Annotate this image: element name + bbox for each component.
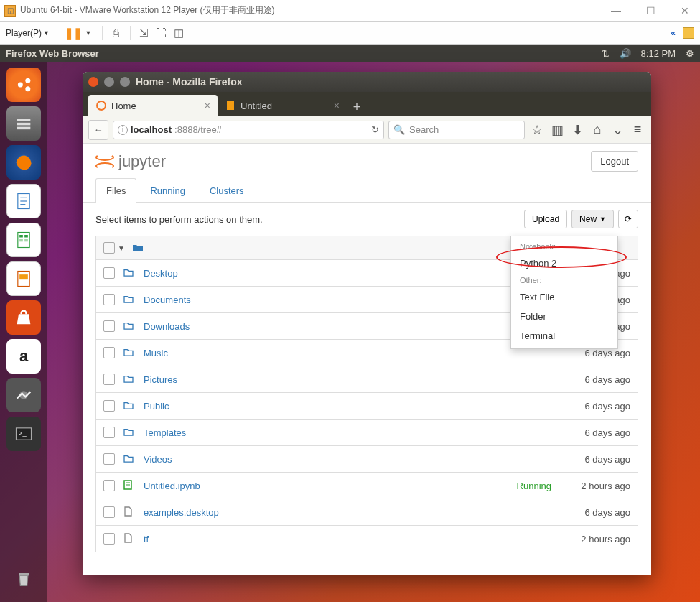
jupyter-logo[interactable]: jupyter [95, 152, 166, 171]
file-name[interactable]: Templates [144, 427, 557, 438]
trash-icon[interactable] [6, 562, 41, 596]
software-center-icon[interactable] [6, 300, 41, 335]
row-checkbox[interactable] [103, 294, 115, 305]
reload-icon[interactable]: ↻ [371, 124, 379, 135]
send-ctrlaltdel-icon[interactable]: ⎙ [110, 27, 123, 39]
ubuntu-desktop: a >_ Home - Mozilla Firefox Home × [0, 62, 700, 602]
bookmark-star-icon[interactable]: ☆ [529, 122, 545, 138]
tab-untitled[interactable]: Untitled × [218, 95, 347, 116]
toolbar-dropdown-icon[interactable]: ▼ [82, 29, 95, 37]
url-bar[interactable]: i localhost:8888/tree# ↻ [113, 121, 384, 139]
file-name[interactable]: tf [144, 534, 557, 545]
file-name[interactable]: Downloads [144, 321, 557, 332]
breadcrumb-home-icon[interactable] [132, 242, 144, 254]
file-name[interactable]: Videos [144, 454, 557, 465]
tab-home[interactable]: Home × [88, 95, 218, 116]
file-row[interactable]: Pictures6 days ago [95, 366, 638, 393]
writer-icon[interactable] [6, 184, 41, 218]
row-checkbox[interactable] [103, 427, 115, 438]
row-checkbox[interactable] [103, 480, 115, 491]
unity-launcher: a >_ [0, 62, 47, 602]
file-row[interactable]: Public6 days ago [95, 393, 638, 420]
row-checkbox[interactable] [103, 267, 115, 279]
dd-item-folder[interactable]: Folder [511, 307, 617, 326]
network-icon[interactable]: ⇅ [602, 48, 610, 59]
firefox-titlebar[interactable]: Home - Mozilla Firefox [83, 72, 651, 92]
window-minimize-icon[interactable] [104, 77, 114, 87]
new-label: New [579, 214, 597, 224]
refresh-button[interactable]: ⟳ [618, 210, 638, 228]
select-all-checkbox[interactable] [103, 242, 115, 254]
window-maximize-icon[interactable] [120, 77, 130, 87]
file-name[interactable]: Documents [144, 295, 557, 305]
tab-running[interactable]: Running [139, 178, 195, 203]
tab-close-icon[interactable]: × [205, 100, 210, 111]
reader-icon[interactable]: ▥ [549, 122, 565, 138]
amazon-icon[interactable]: a [6, 339, 41, 374]
upload-button[interactable]: Upload [524, 210, 567, 228]
file-name[interactable]: Music [144, 348, 557, 358]
file-row[interactable]: Videos6 days ago [95, 446, 638, 473]
unity-icon[interactable]: ◫ [172, 27, 185, 40]
tab-close-icon[interactable]: × [334, 100, 340, 111]
back-button[interactable]: ← [88, 120, 108, 140]
note-icon[interactable] [683, 27, 694, 39]
select-dropdown-icon[interactable]: ▼ [118, 244, 125, 252]
search-placeholder: Search [409, 124, 439, 135]
files-icon[interactable] [6, 106, 41, 141]
svg-rect-4 [17, 123, 31, 126]
file-row[interactable]: Untitled.ipynbRunning2 hours ago [95, 473, 638, 499]
pause-icon[interactable]: ❚❚ [65, 27, 78, 40]
svg-rect-5 [17, 127, 31, 130]
row-checkbox[interactable] [103, 347, 115, 358]
firefox-icon[interactable] [6, 145, 41, 180]
file-name[interactable]: Public [144, 401, 557, 412]
svg-point-0 [18, 83, 23, 88]
row-checkbox[interactable] [103, 400, 115, 412]
tab-clusters[interactable]: Clusters [199, 178, 255, 203]
file-name[interactable]: Untitled.ipynb [144, 481, 508, 491]
file-row[interactable]: examples.desktop6 days ago [95, 499, 638, 526]
pocket-icon[interactable]: ⌄ [610, 122, 625, 138]
file-name[interactable]: examples.desktop [144, 507, 557, 518]
close-button[interactable]: ✕ [674, 5, 696, 17]
impress-icon[interactable] [6, 261, 41, 296]
downloads-icon[interactable]: ⬇ [569, 122, 585, 138]
fullscreen-icon[interactable]: ⛶ [155, 27, 168, 39]
row-checkbox[interactable] [103, 453, 115, 465]
file-row[interactable]: tf2 hours ago [95, 526, 638, 552]
dd-item-python2[interactable]: Python 2 [511, 254, 617, 273]
toolbar-icon-1[interactable]: ⇲ [138, 27, 151, 40]
home-icon[interactable]: ⌂ [589, 122, 605, 137]
row-checkbox[interactable] [103, 374, 115, 385]
search-bar[interactable]: 🔍 Search [388, 121, 525, 139]
player-menu-button[interactable]: Player(P) ▼ [6, 28, 50, 38]
collapse-icon[interactable]: « [671, 28, 676, 38]
site-info-icon[interactable]: i [118, 125, 128, 135]
gear-icon[interactable]: ⚙ [686, 48, 694, 59]
volume-icon[interactable]: 🔊 [620, 48, 631, 59]
svg-rect-3 [17, 119, 31, 121]
maximize-button[interactable]: ☐ [640, 5, 661, 17]
file-name[interactable]: Pictures [144, 374, 557, 385]
window-close-icon[interactable] [88, 77, 98, 87]
file-row[interactable]: Templates6 days ago [95, 420, 638, 446]
dd-item-textfile[interactable]: Text File [511, 287, 617, 307]
row-checkbox[interactable] [103, 320, 115, 332]
tab-files[interactable]: Files [95, 178, 136, 203]
row-checkbox[interactable] [103, 506, 115, 518]
new-tab-button[interactable]: + [347, 98, 367, 116]
dd-item-terminal[interactable]: Terminal [511, 326, 617, 346]
svg-text:>_: >_ [19, 430, 27, 437]
logout-button[interactable]: Logout [591, 151, 638, 172]
calc-icon[interactable] [6, 223, 41, 257]
minimize-button[interactable]: — [605, 5, 627, 17]
system-settings-icon[interactable] [6, 378, 41, 412]
dash-icon[interactable] [6, 68, 41, 102]
clock[interactable]: 8:12 PM [641, 48, 676, 59]
row-checkbox[interactable] [103, 533, 115, 545]
menu-icon[interactable]: ≡ [630, 122, 645, 137]
new-button[interactable]: New ▼ [571, 210, 614, 228]
file-name[interactable]: Desktop [144, 268, 557, 279]
terminal-icon[interactable]: >_ [6, 417, 41, 451]
